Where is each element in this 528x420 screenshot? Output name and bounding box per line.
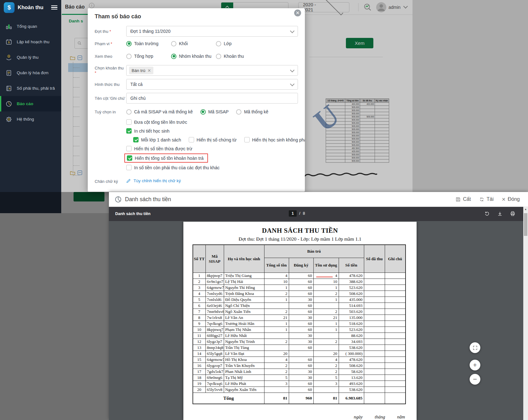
customize-signature-link[interactable]: Tùy chỉnh hiển thị chữ ký	[126, 178, 181, 183]
table-row: 138nnp34q8Trần Thị Tùng60538.620	[193, 345, 406, 351]
checkbox-icon	[126, 146, 132, 151]
download-icon[interactable]	[497, 211, 502, 216]
doc-col-header: Ghi chú	[385, 245, 406, 273]
radio-khoi[interactable]: Khối	[171, 41, 216, 46]
radio-ma-sisap[interactable]: Mã SISAP	[200, 109, 229, 115]
table-row: 47onlxyd6Trịnh Đăng Khoa2602508.620	[193, 291, 406, 297]
table-row: 87w1rlrx8Lê Văn An213021135.000	[193, 315, 406, 321]
sidebar-item-tong-quan[interactable]: Tổng quan	[0, 19, 61, 34]
radio-icon	[126, 109, 132, 115]
checkbox-in-chi-tiet-hoc-sinh[interactable]: In chi tiết học sinh	[126, 128, 169, 134]
sidebar-item-so-phai-thu-phai-tra[interactable]: $Số phải thu, phải trả	[0, 81, 61, 96]
radio-nhom-khoan-thu[interactable]: Nhóm khoản thu	[171, 54, 216, 59]
table-row: 364grmrw7Nguyễn Thì Hồng1601523.620	[193, 285, 406, 291]
radio-icon	[126, 54, 132, 59]
hand-coin-icon: $	[5, 54, 13, 61]
pdf-viewer: DANH SÁCH THU TIỀN Đợt thu: Đợt 1 tháng …	[109, 221, 528, 420]
table-row: 66z03ej46Ngô Chí Thiện60514.693	[193, 303, 406, 309]
fee-table: Số TTMã SISAPHọ và tên học sinhBán trúSố…	[193, 244, 406, 404]
xem-theo-radio-group: Tổng hợpNhóm khoản thuKhoản thu	[126, 54, 298, 59]
radio-ma-thong-ke[interactable]: Mã thống kê	[236, 109, 268, 115]
print-icon[interactable]	[510, 211, 515, 216]
checkbox-dua-cot-tong-tien-len-truoc[interactable]: Đưa cột tổng tiền lên trước	[126, 119, 187, 125]
field-label: Tên cột 'Ghi chú'	[95, 96, 126, 101]
dot-thu-select[interactable]: Đợt 1 tháng 11/2020	[126, 26, 298, 37]
sidebar-item-quan-ly-thu[interactable]: $Quản lý thu	[0, 50, 61, 65]
field-label: Chọn khoản thu	[95, 66, 126, 75]
table-row: 108kpjnwq7Phạm Thị Nhẫn1601523.620	[193, 327, 406, 333]
close-button[interactable]: × Đóng	[502, 196, 520, 202]
fit-screen-icon	[473, 345, 478, 350]
radio-icon	[200, 109, 206, 115]
tuy-chon-in-radio-group: Cả mã SISAP và mã thống kêMã SISAPMã thố…	[126, 109, 298, 115]
hinh-thuc-thu-select[interactable]: Tất cả	[126, 79, 298, 90]
ghi-chu-input[interactable]: Ghi chú	[126, 93, 298, 104]
svg-text:$: $	[9, 87, 10, 90]
selected-tag: Bán trú ✕	[129, 67, 153, 74]
checkbox-hien-thi-tong-so-ton-khoan-hoan-tra[interactable]: Hiển thị tổng số tồn khoản hoàn trả	[124, 153, 208, 163]
radio-tong-hop[interactable]: Tổng hợp	[126, 54, 171, 59]
close-icon[interactable]: ✕	[294, 9, 301, 16]
zoom-in-button[interactable]: +	[470, 360, 480, 370]
pham-vi-radio-group: Toàn trườngKhốiLớp	[126, 41, 298, 46]
scrollbar-thumb	[524, 213, 527, 236]
refresh-icon	[479, 197, 484, 202]
remove-tag-icon[interactable]: ✕	[148, 68, 151, 73]
field-label: Đợt thu	[95, 29, 126, 34]
scrollbar[interactable]: ▲	[523, 207, 528, 420]
doc-col-header: Tồn sử dụng	[313, 258, 339, 273]
print-options-checkboxes: Đưa cột tổng tiền lên trướcIn chi tiết h…	[126, 119, 298, 170]
calendar-money-icon: $	[5, 38, 13, 46]
table-row: 197qvlkxq6Lê Hữu Phát3603493.620	[193, 381, 406, 387]
total-row: Tổng81960816.983.685	[193, 393, 406, 404]
field-label: Tuỳ chọn in	[95, 110, 126, 114]
sidebar-item-quan-ly-hoa-don[interactable]: Quản lý hóa đơn	[0, 65, 61, 81]
floppy-icon	[455, 197, 461, 202]
current-page[interactable]: 1	[289, 210, 297, 217]
fit-screen-button[interactable]	[470, 342, 480, 353]
gear-icon	[5, 116, 13, 123]
sidebar-item-lap-ke-hoach-thu[interactable]: $Lập kế hoạch thu	[0, 34, 61, 50]
checkbox-hien-thi-so-chung-tu[interactable]: Hiển thị số chứng từ	[189, 137, 237, 142]
table-row: 97qvlkog6Trương Hoài Hân1601518.620	[193, 321, 406, 327]
field-label: Chân chữ ký	[95, 179, 126, 184]
pie-chart-icon	[115, 196, 122, 203]
checkbox-icon	[189, 137, 194, 142]
table-row: 1564grmow7Hồ Thị Khoa4604478.620	[193, 357, 406, 363]
chon-khoan-thu-select[interactable]: Bán trú ✕	[126, 65, 298, 76]
radio-khoan-thu[interactable]: Khoản thu	[216, 54, 261, 59]
doc-col-header: Mã SISAP	[205, 245, 224, 273]
doc-col-header: Họ và tên học sinh	[224, 245, 264, 273]
table-row: 1160l0gp27Lê Hữu Nhất3088.620	[193, 333, 406, 339]
table-row: 18kpjnop7Triệu Thị Giang4604478.620	[193, 273, 406, 279]
table-row: 26v9n1go7Lệ Thị Hải106010388.620	[193, 279, 406, 285]
svg-text:$: $	[8, 41, 10, 44]
doc-col-header: Số đã thu	[364, 245, 385, 273]
pdf-page: DANH SÁCH THU TIỀN Đợt thu: Đợt 1 tháng …	[183, 222, 417, 420]
sidebar-menu: Tổng quan$Lập kế hoạch thu$Quản lý thuQu…	[0, 19, 61, 127]
checkbox-hien-thi-hoc-sinh-khong-phai-nop[interactable]: Hiển thị học sinh không phải nộp	[244, 137, 305, 142]
zoom-out-button[interactable]: −	[470, 374, 480, 385]
doc-col-header: Số tiền	[339, 258, 364, 273]
radio-icon	[216, 41, 221, 46]
save-button[interactable]: Cất	[455, 196, 471, 202]
checkbox-hien-thi-so-tien-thua-duoc-tru[interactable]: Hiển thị số tiền thừa được trừ	[126, 146, 192, 151]
table-row: 126lygz3p7Nguyễn Thị Trinh230234.693	[193, 339, 406, 345]
reload-button[interactable]: Tải	[479, 196, 494, 202]
checkbox-in-so-tien-con-phai-thu-cua-cac-dot-thu-khac[interactable]: In số tiền còn phải thu của các đợt thu …	[126, 165, 220, 170]
chevron-down-icon	[290, 29, 294, 33]
radio-ca-ma-sisap-va-ma-thong-ke[interactable]: Cả mã SISAP và mã thống kê	[126, 109, 193, 115]
checkbox-moi-lop-1-danh-sach[interactable]: Mỗi lớp 1 danh sách	[133, 137, 181, 142]
hamburger-menu-icon[interactable]	[51, 5, 57, 10]
table-row: 166lygzop7Trần Văn Khuyến2602508.620	[193, 363, 406, 369]
sidebar-item-he-thong[interactable]: Hệ thống	[0, 111, 61, 127]
pie-chart-icon	[5, 100, 13, 108]
table-row: 77mn9dxv8Ngô Xuân Tiến2602503.620	[193, 309, 406, 315]
close-icon: ×	[502, 197, 506, 201]
radio-lop[interactable]: Lớp	[216, 41, 261, 46]
rotate-icon[interactable]	[484, 211, 490, 216]
radio-toan-truong[interactable]: Toàn trường	[126, 41, 171, 46]
checkbox-icon	[127, 155, 132, 161]
field-label: Xem theo	[95, 54, 126, 59]
sidebar-item-bao-cao[interactable]: Báo cáo	[0, 96, 61, 111]
